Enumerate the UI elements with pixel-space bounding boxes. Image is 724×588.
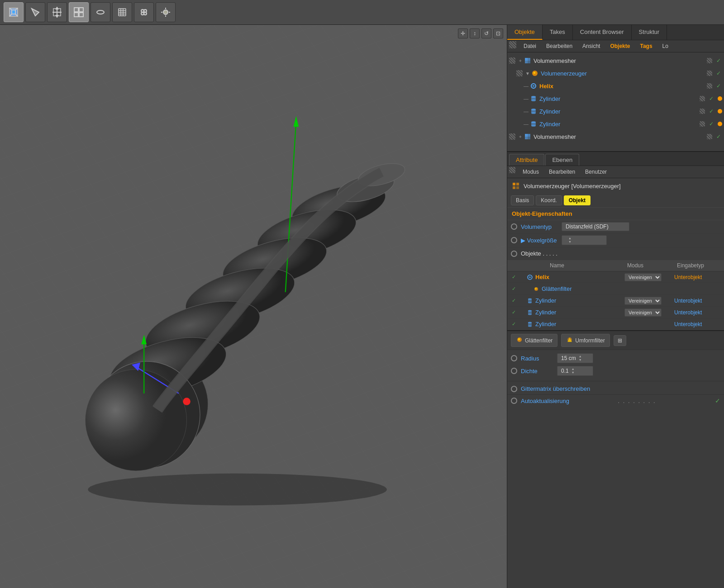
tab-attribute[interactable]: Attribute [509,154,544,166]
table-row-zyl2[interactable]: ✓ Zylinder Vereinigen Unterobjekt [507,307,724,318]
viewport[interactable]: ✛ ↕ ↺ ⊡ [0,25,507,588]
table-row-zyl3[interactable]: ✓ Zylinder Unterobjekt [507,318,724,330]
grid-tool-button[interactable] [112,2,132,22]
tree-expand-volumenmesher2[interactable]: + [517,133,524,140]
tree-item-zylinder1[interactable]: — Zylinder ✓ [507,92,724,105]
tab-content-browser[interactable]: Content Browser [573,25,632,40]
top-menu-bar: Datei Bearbeiten Ansicht Objekte Tags Lo [507,40,724,52]
mode-select-zyl2[interactable]: Vereinigen [624,308,662,317]
toolbar [0,0,724,25]
row-check-zyl2[interactable]: ✓ [509,309,518,315]
attr-menu-modus[interactable]: Modus [518,167,543,177]
menu-datei[interactable]: Datei [519,41,541,51]
tree-item-volumenerzeuger[interactable]: ▼ Volumenerzeuger ✓ [507,67,724,80]
radius-stepper[interactable]: ▲▼ [579,355,582,362]
row-check-zyl3[interactable]: ✓ [509,321,518,327]
svg-rect-78 [516,186,519,189]
scale-tool-button[interactable] [69,2,89,22]
tree-branch: — [524,121,529,127]
prop-radio-voxelgroesse[interactable] [511,237,517,243]
main-area: ✛ ↕ ↺ ⊡ Objekte Takes Content Browser St… [0,25,724,588]
rotate-button[interactable]: ↺ [481,28,491,38]
subtab-koord[interactable]: Koord. [536,195,562,205]
attr-menu-bearbeiten[interactable]: Bearbeiten [544,167,580,177]
pen-tool-button[interactable] [25,2,45,22]
obj-props-title: Objekt-Eigenschaften [507,208,724,220]
prop-value-voxelgroesse[interactable]: ▲▼ [562,235,607,245]
menu-bearbeiten[interactable]: Bearbeiten [542,41,577,51]
obj-table-header: Name Modus Eingabetyp [507,260,724,271]
menu-ansicht[interactable]: Ansicht [578,41,605,51]
prop-radio-objekte[interactable] [511,251,517,257]
tree-item-volumenmesher1[interactable]: + Volumenmesher ✓ [507,54,724,67]
table-row-helix[interactable]: ✓ Helix Vereinigen Unterobjekt [507,271,724,283]
right-panel: Objekte Takes Content Browser Struktur D… [507,25,724,588]
dichte-stepper[interactable]: ▲▼ [572,367,575,375]
prop-radio-volumentyp[interactable] [511,223,517,230]
row-check-glatten[interactable]: ✓ [509,286,518,292]
radio-radius[interactable] [511,355,517,361]
svg-rect-58 [528,61,530,63]
svg-rect-13 [74,13,78,17]
menu-lo[interactable]: Lo [658,41,673,51]
svg-point-15 [97,10,104,14]
voxelgroesse-stepper[interactable]: ▲▼ [568,237,572,244]
tab-takes[interactable]: Takes [543,25,573,40]
tab-struktur[interactable]: Struktur [632,25,667,40]
tree-icon-zylinder2 [529,107,538,115]
move-tool-button[interactable] [47,2,67,22]
crosshair-button[interactable]: ✛ [458,28,468,38]
svg-rect-73 [525,137,528,139]
tbl-col-empty [507,261,527,270]
row-mode-zyl1[interactable]: Vereinigen [624,297,674,305]
cube-tool-button[interactable] [4,2,24,22]
light-tool-button[interactable] [156,2,176,22]
row-name-helix: Helix [535,274,624,280]
table-row-zyl1[interactable]: ✓ Zylinder Vereinigen Unterobjekt [507,295,724,307]
svg-marker-9 [56,7,58,9]
auto-row: Autoaktualisierung . . . . . . . . ✓ [507,394,724,407]
value-radius[interactable]: 15 cm ▲▼ [557,353,593,363]
tree-item-zylinder3[interactable]: — Zylinder ✓ [507,118,724,130]
svg-marker-10 [56,15,58,17]
tree-vis-icon5 [700,109,705,114]
extra-filter-button[interactable]: ⊞ [614,335,626,346]
radio-auto[interactable] [511,398,517,404]
expand-button[interactable]: ⊡ [493,28,503,38]
menu-objekte[interactable]: Objekte [605,41,634,51]
prop-label-voxelgroesse: ▶ Voxelgröße [521,237,562,244]
subtab-objekt[interactable]: Objekt [564,195,591,205]
tree-check6: ✓ [709,121,714,127]
tree-item-volumenmesher2[interactable]: + Volumenmesher ✓ [507,130,724,143]
glatten-filter-button[interactable]: Glättenfilter [511,334,557,347]
menu-tags[interactable]: Tags [635,41,657,51]
select-tool-button[interactable] [90,2,110,22]
row-icon-helix [526,273,534,281]
tree-expand-volumenerzeuger[interactable]: ▼ [524,70,531,76]
svg-rect-57 [525,61,528,63]
row-check-helix[interactable]: ✓ [509,274,518,280]
camera-tool-button[interactable] [134,2,154,22]
umform-filter-button[interactable]: Umformfilter [561,334,610,347]
tab-objekte[interactable]: Objekte [507,25,543,40]
mode-select-helix[interactable]: Vereinigen [624,273,662,281]
row-check-zyl1[interactable]: ✓ [509,298,518,303]
tree-label-helix: Helix [539,83,707,90]
tree-item-zylinder2[interactable]: — Zylinder ✓ [507,105,724,118]
tree-expand-volumenmesher1[interactable]: + [517,57,524,64]
row-mode-zyl2[interactable]: Vereinigen [624,308,674,317]
tree-vis-icon [707,58,712,63]
radio-gitter[interactable] [511,386,517,392]
value-dichte[interactable]: 0.1 ▲▼ [557,366,593,376]
row-mode-helix[interactable]: Vereinigen [624,273,674,281]
attr-menu-benutzer[interactable]: Benutzer [581,167,611,177]
tree-item-helix[interactable]: — Helix ✓ [507,80,724,92]
vertical-button[interactable]: ↕ [470,28,480,38]
tab-ebenen[interactable]: Ebenen [545,154,579,166]
table-row-glatten[interactable]: ✓ Glättenfilter [507,283,724,295]
prop-value-volumentyp[interactable]: Distanzfeld (SDF) [562,222,629,231]
subtab-basis[interactable]: Basis [511,195,534,205]
attr-title-text: Volumenerzeuger [Volumenerzeuger] [524,183,621,190]
radio-dichte[interactable] [511,368,517,374]
mode-select-zyl1[interactable]: Vereinigen [624,297,662,305]
